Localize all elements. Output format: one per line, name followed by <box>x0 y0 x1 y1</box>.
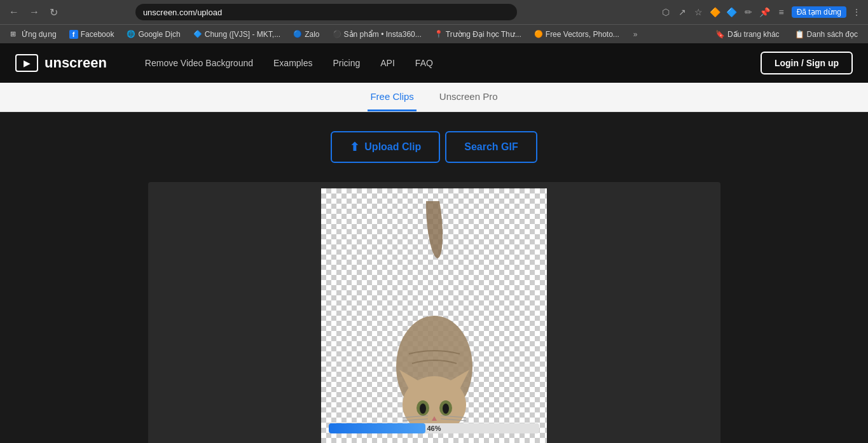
upload-icon: ⬆ <box>350 140 359 154</box>
progress-bar-background: 46% <box>329 423 539 433</box>
login-button[interactable]: Login / Sign up <box>761 52 853 74</box>
progress-text: 46% <box>329 423 539 433</box>
progress-container: 46% <box>321 423 547 433</box>
read-list-icon: 📋 <box>795 30 804 39</box>
cast-icon[interactable]: ⬡ <box>659 6 672 18</box>
forward-button[interactable]: → <box>25 5 43 19</box>
bookmark-label: Sản phẩm • Insta360... <box>344 30 422 39</box>
extension-icon1[interactable]: 🔶 <box>709 6 722 18</box>
bookmark-truong[interactable]: 📍 Trường Đại học Thư... <box>429 29 527 40</box>
danh-sach-doc[interactable]: 📋 Danh sách đọc <box>790 29 863 40</box>
upload-clip-button[interactable]: ⬆ Upload Clip <box>331 131 440 163</box>
bookmark-facebook[interactable]: f Facebook <box>64 29 120 40</box>
svg-point-0 <box>423 201 444 259</box>
extension-icon5[interactable]: ≡ <box>775 6 788 18</box>
logo-area: ▶ unscreen <box>15 54 107 72</box>
bookmark-san-pham[interactable]: ⚫ Sản phẩm • Insta360... <box>327 29 427 40</box>
tab-unscreen-pro[interactable]: Unscreen Pro <box>437 83 500 111</box>
sub-nav: Free Clips Unscreen Pro <box>0 83 868 112</box>
nav-faq[interactable]: FAQ <box>415 58 433 68</box>
ung-dung-icon: ⊞ <box>10 30 19 39</box>
search-gif-button[interactable]: Search GIF <box>445 131 537 163</box>
bookmark-icon: 🔖 <box>715 30 725 39</box>
back-button[interactable]: ← <box>5 5 23 19</box>
website: ▶ unscreen Remove Video Background Examp… <box>0 43 868 443</box>
top-nav: ▶ unscreen Remove Video Background Examp… <box>0 43 868 83</box>
main-content: ⬆ Upload Clip Search GIF <box>0 112 868 443</box>
bookmark-label: Ứng dụng <box>22 30 57 39</box>
bookmark-label: Chung ([VJS] - MKT,... <box>205 30 280 39</box>
logo-text: unscreen <box>45 55 107 71</box>
san-pham-icon: ⚫ <box>333 30 341 39</box>
facebook-icon: f <box>69 30 78 39</box>
menu-icon[interactable]: ⋮ <box>850 6 863 18</box>
right-bookmarks: 🔖 Dấu trang khác 📋 Danh sách đọc <box>710 29 863 40</box>
tab-free-clips[interactable]: Free Clips <box>368 83 416 111</box>
bookmarks-bar: ⊞ Ứng dụng f Facebook 🌐 Google Dịch 🔷 Ch… <box>0 24 868 43</box>
profile-button[interactable]: Đã tạm dừng <box>792 6 846 18</box>
image-container: 46% <box>321 188 547 443</box>
svg-point-7 <box>420 404 426 414</box>
star-icon[interactable]: ☆ <box>692 6 705 18</box>
nav-api[interactable]: API <box>380 58 395 68</box>
nav-links: Remove Video Background Examples Pricing… <box>145 58 433 68</box>
more-bookmarks-button[interactable]: » <box>630 29 642 40</box>
zalo-icon: 🔵 <box>293 30 302 39</box>
bookmark-label: Free Vectors, Photo... <box>546 30 619 39</box>
refresh-button[interactable]: ↻ <box>46 5 62 20</box>
free-vectors-icon: 🟠 <box>534 30 543 39</box>
address-bar[interactable] <box>135 4 517 20</box>
bookmark-label: Zalo <box>305 30 319 39</box>
extension-icon2[interactable]: 🔷 <box>726 6 738 18</box>
google-icon: 🌐 <box>127 30 135 39</box>
extension-icon4[interactable]: 📌 <box>759 6 771 18</box>
share-icon[interactable]: ↗ <box>676 6 689 18</box>
nav-examples[interactable]: Examples <box>273 58 312 68</box>
truong-icon: 📍 <box>434 30 443 39</box>
dau-trang-khac[interactable]: 🔖 Dấu trang khác <box>710 29 785 40</box>
nav-pricing[interactable]: Pricing <box>333 58 360 68</box>
preview-area: 46% <box>148 182 720 443</box>
bookmark-ung-dung[interactable]: ⊞ Ứng dụng <box>5 29 62 40</box>
nav-remove-bg[interactable]: Remove Video Background <box>145 58 253 68</box>
bookmark-google[interactable]: 🌐 Google Dịch <box>121 29 185 40</box>
browser-toolbar: ← → ↻ ⬡ ↗ ☆ 🔶 🔷 ✏ 📌 ≡ Đã tạm dừng ⋮ <box>0 0 868 24</box>
bookmark-label: Google Dịch <box>138 30 180 39</box>
svg-point-8 <box>443 404 449 414</box>
nav-buttons: ← → ↻ <box>5 5 62 20</box>
browser-icons: ⬡ ↗ ☆ 🔶 🔷 ✏ 📌 ≡ Đã tạm dừng ⋮ <box>659 6 863 18</box>
cat-image <box>371 201 498 443</box>
action-buttons: ⬆ Upload Clip Search GIF <box>331 131 537 163</box>
bookmark-zalo[interactable]: 🔵 Zalo <box>288 29 324 40</box>
bookmark-label: Trường Đại học Thư... <box>446 30 521 39</box>
bookmark-label: Facebook <box>81 30 114 39</box>
bookmark-free-vectors[interactable]: 🟠 Free Vectors, Photo... <box>529 29 624 40</box>
browser-chrome: ← → ↻ ⬡ ↗ ☆ 🔶 🔷 ✏ 📌 ≡ Đã tạm dừng ⋮ ⊞ Ứn… <box>0 0 868 43</box>
bookmark-chung[interactable]: 🔷 Chung ([VJS] - MKT,... <box>188 29 286 40</box>
chung-icon: 🔷 <box>193 30 202 39</box>
extension-icon3[interactable]: ✏ <box>742 6 755 18</box>
logo-icon: ▶ <box>15 54 38 72</box>
